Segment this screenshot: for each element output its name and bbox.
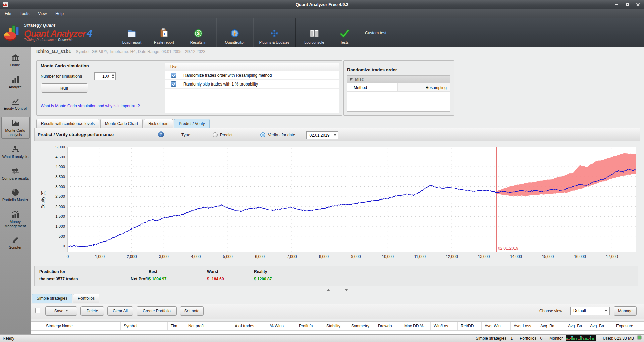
worst-label: Worst bbox=[207, 269, 218, 274]
column-header-avg-win-13[interactable]: Avg. Win bbox=[482, 322, 511, 330]
brand-top: Strategy Quant bbox=[24, 23, 92, 28]
column-header-win-los-11[interactable]: Win/Los... bbox=[431, 322, 458, 330]
analysis-tabs: Results with confidence levelsMonte Carl… bbox=[36, 119, 210, 128]
tab-portfolios[interactable]: Portfolios bbox=[73, 294, 99, 303]
create-portfolio-button[interactable]: Create Portfolio bbox=[137, 306, 177, 316]
sidebar-item-analyze[interactable]: Analyze bbox=[1, 73, 30, 91]
view-dropdown[interactable]: Default bbox=[570, 307, 610, 315]
monte-carlo-info-link[interactable]: What is Monte Carlo simulation and why i… bbox=[41, 104, 140, 108]
tab-results-with-confidence-levels[interactable]: Results with confidence levels bbox=[36, 119, 99, 128]
reality-value: $ 1200.87 bbox=[254, 277, 272, 281]
expander-icon[interactable] bbox=[350, 78, 353, 81]
use-option-label: Randomize trades order with Resampling m… bbox=[183, 73, 272, 78]
column-header-ret-dd-12[interactable]: Ret/DD ... bbox=[458, 322, 482, 330]
column-header-stability-7[interactable]: Stability bbox=[323, 322, 348, 330]
run-button[interactable]: Run bbox=[41, 83, 88, 93]
simulations-value: 100 bbox=[95, 74, 111, 79]
select-all-checkbox[interactable] bbox=[35, 308, 40, 313]
svg-text:14,000: 14,000 bbox=[510, 254, 522, 259]
svg-text:500: 500 bbox=[59, 234, 65, 238]
use-option-row[interactable]: Randomly skip trades with 1 % probabilit… bbox=[165, 80, 339, 89]
menu-tools[interactable]: Tools bbox=[20, 11, 29, 16]
paste-report-button[interactable]: Paste report bbox=[148, 18, 180, 47]
column-header-net-profit-3[interactable]: Net profit bbox=[185, 322, 232, 330]
column-header-tim-2[interactable]: Tim... bbox=[168, 322, 185, 330]
predict-radio[interactable] bbox=[213, 132, 218, 137]
tab-simple-strategies[interactable]: Simple strategies bbox=[32, 294, 72, 303]
menu-file[interactable]: File bbox=[5, 11, 11, 16]
minimize-icon[interactable] bbox=[614, 2, 619, 7]
maximize-icon[interactable] bbox=[625, 2, 630, 7]
load-report-button[interactable]: Load report bbox=[116, 18, 148, 47]
use-checkbox-checked[interactable] bbox=[171, 81, 176, 87]
brand-sub-left: Trading Performance bbox=[24, 38, 55, 42]
tab-risk-of-ruin[interactable]: Risk of ruin bbox=[144, 119, 173, 128]
splitter-handle[interactable] bbox=[332, 290, 343, 290]
sidebar-item-home[interactable]: Home bbox=[1, 52, 30, 69]
splitter-up-icon[interactable] bbox=[327, 289, 330, 291]
main-content: Ichiro_GJ_s1b1 Symbol: GBPJPY, Timeframe… bbox=[31, 47, 644, 334]
analyze-icon bbox=[11, 75, 20, 84]
spinner-down-icon[interactable] bbox=[112, 77, 114, 78]
clear-all-button[interactable]: Clear All bbox=[107, 306, 133, 316]
column-header-avg-ba-17[interactable]: Avg. Ba... bbox=[587, 322, 613, 330]
tab-monte-carlo-chart[interactable]: Monte Carlo Chart bbox=[100, 119, 143, 128]
simulations-stepper[interactable]: 100 bbox=[94, 72, 116, 80]
verify-radio[interactable] bbox=[260, 132, 265, 137]
method-property-row[interactable]: Method Resampling bbox=[347, 83, 450, 92]
column-header-profit-fa-6[interactable]: Profit fa... bbox=[296, 322, 323, 330]
column-header-strategy-name-0[interactable]: Strategy Name bbox=[43, 322, 121, 330]
panel-splitter[interactable] bbox=[31, 288, 644, 292]
misc-group-row[interactable]: Misc bbox=[347, 76, 450, 83]
column-header-wins-5[interactable]: % Wins bbox=[267, 322, 296, 330]
custom-test-button[interactable]: Custom test bbox=[356, 18, 395, 47]
toolbar-button-label: Log console bbox=[304, 40, 324, 44]
column-header-drawdo-9[interactable]: Drawdo... bbox=[375, 322, 401, 330]
menu-help[interactable]: Help bbox=[55, 11, 64, 16]
sidebar-item-scripter[interactable]: Scripter bbox=[1, 234, 30, 251]
delete-button[interactable]: Delete bbox=[80, 306, 104, 316]
splitter-down-icon[interactable] bbox=[345, 289, 348, 291]
column-header-avg-ba-15[interactable]: Avg. Ba... bbox=[537, 322, 565, 330]
misc-group-label: Misc bbox=[355, 77, 364, 82]
method-property-value[interactable]: Resampling bbox=[398, 83, 450, 91]
quanteditor-button[interactable]: QuantEditor bbox=[216, 18, 253, 47]
brand-main: Quant Analyzer bbox=[24, 28, 86, 39]
results-in-button[interactable]: $Results in bbox=[180, 18, 216, 47]
log-console-button[interactable]: Log console bbox=[296, 18, 333, 47]
memory-icon[interactable] bbox=[637, 335, 642, 342]
menu-bar: FileToolsViewHelp bbox=[0, 9, 644, 18]
sidebar-item-what-if-analysis[interactable]: What If analysis bbox=[1, 143, 30, 161]
tests-button[interactable]: Tests bbox=[333, 18, 356, 47]
sidebar-item-money-management[interactable]: Money Management bbox=[1, 208, 30, 230]
save-button[interactable]: Save bbox=[45, 306, 77, 316]
worst-value: $ -184.69 bbox=[207, 277, 224, 281]
use-options-list: Use Randomize trades order with Resampli… bbox=[165, 63, 339, 113]
spinner-up-icon[interactable] bbox=[112, 74, 114, 76]
sidebar-item-equity-control[interactable]: Equity Control bbox=[1, 95, 30, 112]
use-checkbox-checked[interactable] bbox=[171, 73, 176, 78]
column-header-symmetry-8[interactable]: Symmetry bbox=[348, 322, 375, 330]
menu-view[interactable]: View bbox=[38, 11, 47, 16]
toolbar-button-label: Paste report bbox=[154, 40, 174, 44]
sidebar-item-portfolio-master[interactable]: Portfolio Master bbox=[1, 186, 30, 204]
help-icon[interactable]: ? bbox=[158, 131, 164, 137]
close-icon[interactable] bbox=[635, 2, 641, 7]
plugins-updates-button[interactable]: Plugins & Updates bbox=[253, 18, 296, 47]
column-header-avg-ba-16[interactable]: Avg. Ba... bbox=[565, 322, 587, 330]
monitor-graph-icon[interactable] bbox=[566, 335, 596, 342]
compare-results-icon bbox=[11, 167, 20, 175]
use-option-row[interactable]: Randomize trades order with Resampling m… bbox=[165, 71, 339, 80]
column-header-max-dd-10[interactable]: Max DD % bbox=[401, 322, 431, 330]
sidebar-item-monte-carlo-analysis[interactable]: Monte Carlo analysis bbox=[1, 117, 30, 139]
sidebar-item-compare-results[interactable]: Compare results bbox=[1, 165, 30, 182]
column-header-symbol-1[interactable]: Symbol bbox=[121, 322, 168, 330]
column-header-exposure-18[interactable]: Exposure bbox=[613, 322, 644, 330]
sidebar-item-label: Money Management bbox=[1, 220, 30, 228]
column-header-of-trades-4[interactable]: # of trades bbox=[232, 322, 267, 330]
column-header-avg-loss-14[interactable]: Avg. Loss bbox=[511, 322, 537, 330]
tab-predict-verify[interactable]: Predict / Verify bbox=[174, 119, 209, 128]
verify-date-dropdown[interactable]: 02.01.2019 bbox=[306, 131, 338, 139]
manage-button[interactable]: Manage bbox=[614, 306, 637, 316]
set-note-button[interactable]: Set note bbox=[180, 306, 204, 316]
